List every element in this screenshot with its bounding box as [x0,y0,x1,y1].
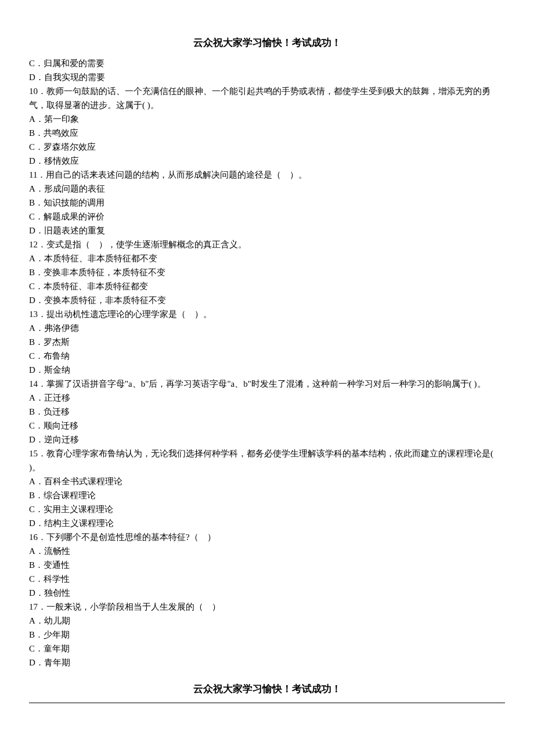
option-line: A．流畅性 [29,544,505,558]
option-line: A．弗洛伊德 [29,321,505,335]
option-line: C．童年期 [29,642,505,656]
option-line: B．罗杰斯 [29,335,505,349]
page-footer: 云众祝大家学习愉快！考试成功！ [29,681,505,697]
option-line: B．少年期 [29,628,505,642]
question-stem: 15．教育心理学家布鲁纳认为，无论我们选择何种学科，都务必使学生理解该学科的基本… [29,447,505,474]
question-stem: 17．一般来说，小学阶段相当于人生发展的（ ） [29,600,505,614]
question-stem: 13．提出动机性遗忘理论的心理学家是（ ）。 [29,307,505,321]
option-line: C．布鲁纳 [29,349,505,363]
option-line: D．旧题表述的重复 [29,224,505,237]
option-line: B．负迁移 [29,405,505,419]
option-line: C．实用主义课程理论 [29,502,505,516]
question-stem: 12．变式是指（ ），使学生逐渐理解概念的真正含义。 [29,237,505,251]
option-line: D．斯金纳 [29,363,505,377]
option-line: C．罗森塔尔效应 [29,140,505,154]
option-line: D．变换本质特征，非本质特征不变 [29,293,505,307]
option-line: C．解题成果的评价 [29,210,505,224]
option-line: D．结构主义课程理论 [29,516,505,530]
option-line: A．百科全书式课程理论 [29,474,505,488]
option-line: A．形成问题的表征 [29,182,505,196]
option-line: A．正迁移 [29,391,505,405]
option-line: C．归属和爱的需要 [29,56,505,70]
option-line: D．自我实现的需要 [29,70,505,84]
footer-divider [29,703,505,703]
option-line: A．第一印象 [29,112,505,126]
option-line: B．变换非本质特征，本质特征不变 [29,265,505,279]
option-line: C．科学性 [29,572,505,586]
option-line: D．移情效应 [29,154,505,168]
option-line: A．幼儿期 [29,614,505,628]
option-line: D．青年期 [29,656,505,669]
question-stem: 14．掌握了汉语拼音字母"a、b"后，再学习英语字母"a、b"时发生了混淆，这种… [29,377,505,391]
option-line: B．共鸣效应 [29,126,505,140]
option-line: D．逆向迁移 [29,433,505,447]
option-line: D．独创性 [29,586,505,600]
option-line: B．综合课程理论 [29,488,505,502]
option-line: B．知识技能的调用 [29,196,505,210]
question-stem: 16．下列哪个不是创造性思维的基本特征?（ ） [29,530,505,544]
option-line: C．顺向迁移 [29,419,505,433]
option-line: C．本质特征、非本质特征都变 [29,279,505,293]
question-stem: 11．用自己的话来表述问题的结构，从而形成解决问题的途径是（ ）。 [29,168,505,182]
page-header: 云众祝大家学习愉快！考试成功！ [29,35,505,51]
question-stem: 10．教师一句鼓励的话、一个充满信任的眼神、一个能引起共鸣的手势或表情，都使学生… [29,84,505,112]
option-line: A．本质特征、非本质特征都不变 [29,251,505,265]
option-line: B．变通性 [29,558,505,572]
document-content: C．归属和爱的需要D．自我实现的需要10．教师一句鼓励的话、一个充满信任的眼神、… [29,56,505,669]
